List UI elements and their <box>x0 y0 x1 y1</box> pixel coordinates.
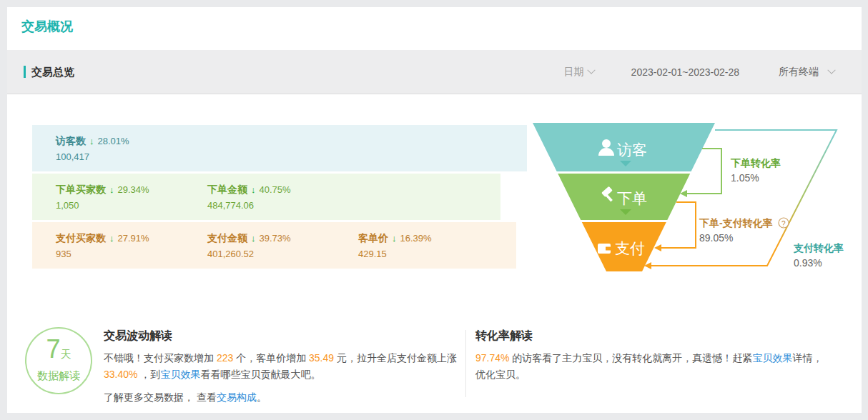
trend-down-icon: ↓ <box>251 233 256 244</box>
insight-text: ，到 <box>137 369 160 380</box>
date-range-picker[interactable]: 2023-02-01~2023-02-28 <box>631 66 739 78</box>
arrow-left-icon <box>654 244 661 251</box>
metric-row-pay: 支付买家数 ↓ 27.91% 935 支付金额 ↓ 39.73% 401,260… <box>32 222 516 269</box>
funnel-stage-label: 访客 <box>617 141 647 158</box>
metric-pay-amount: 支付金额 ↓ 39.73% 401,260.52 <box>207 232 358 259</box>
conversion-label: 下单-支付转化率 <box>699 217 773 229</box>
trend-down-icon: ↓ <box>89 136 94 146</box>
conversion-value: 1.05% <box>731 172 759 184</box>
insight-text: 的访客看了主力宝贝，没有转化就离开，真遗憾！赶紧 <box>509 352 752 364</box>
insight-text: 个，客单价增加 <box>233 352 309 364</box>
metric-row-order: 下单买家数 ↓ 29.34% 1,050 下单金额 ↓ 40.75% 484,7… <box>32 174 500 220</box>
metric-value: 401,260.52 <box>207 249 358 259</box>
conversion-rate-insight: 转化率解读 97.74% 的访客看了主力宝贝，没有转化就离开，真遗憾！赶紧宝贝效… <box>475 329 827 383</box>
metric-value: 484,774.06 <box>207 200 358 211</box>
metric-value: 100,417 <box>56 151 207 162</box>
highlight-value: 35.49 <box>309 352 334 364</box>
insight-text: 了解更多交易数据， 查看 <box>104 391 217 403</box>
chevron-down-icon <box>827 66 835 74</box>
date-dropdown-label: 日期 <box>564 66 584 79</box>
badge-caption: 数据解读 <box>26 369 91 383</box>
trade-composition-link[interactable]: 交易构成 <box>217 391 257 403</box>
insight-title: 交易波动解读 <box>104 329 465 344</box>
insight-text: 不错哦！支付买家数增加 <box>104 352 217 364</box>
seven-day-insight-badge: 7天 数据解读 <box>25 327 92 394</box>
main-panel: 交易概况 交易总览 日期 2023-02-01~2023-02-28 所有终端 … <box>7 7 862 413</box>
metric-percent: 28.01% <box>98 136 129 146</box>
trend-down-icon: ↓ <box>109 184 114 195</box>
metric-percent: 29.34% <box>118 184 149 195</box>
funnel-stage-label: 下单 <box>617 190 647 206</box>
insight-paragraph: 了解更多交易数据， 查看交易构成。 <box>104 389 465 406</box>
conversion-label: 支付转化率 <box>793 242 844 254</box>
highlight-value: 223 <box>217 352 233 364</box>
filter-controls: 日期 2023-02-01~2023-02-28 所有终端 <box>564 66 834 79</box>
metric-label: 客单价 <box>358 232 388 245</box>
wallet-icon <box>598 244 611 254</box>
metric-percent: 40.75% <box>260 184 291 195</box>
date-dropdown[interactable]: 日期 <box>564 66 594 79</box>
conversion-label: 下单转化率 <box>730 157 781 169</box>
terminal-selector-label: 所有终端 <box>779 66 819 79</box>
section-title: 交易总览 <box>24 66 74 78</box>
trend-down-icon: ↓ <box>109 233 114 244</box>
item-effect-link[interactable]: 宝贝效果 <box>752 352 792 364</box>
insight-paragraph: 不错哦！支付买家数增加 223 个，客单价增加 35.49 元，拉升全店支付金额… <box>104 350 465 383</box>
metric-label: 支付金额 <box>207 232 247 245</box>
metric-label: 下单买家数 <box>56 184 106 196</box>
metric-avg-order-value: 客单价 ↓ 16.39% 429.15 <box>358 232 510 259</box>
metric-visitors: 访客数 ↓ 28.01% 100,417 <box>56 135 207 162</box>
insight-text: 元，拉升全店支付金额上涨 <box>334 352 457 364</box>
highlight-value: 33.40% <box>104 369 137 380</box>
page-title: 交易概况 <box>21 18 73 35</box>
insight-text: 。 <box>257 391 267 403</box>
metric-value: 1,050 <box>56 200 207 211</box>
insight-text: 看看哪些宝贝贡献最大吧。 <box>200 369 320 380</box>
metric-label: 访客数 <box>56 135 86 148</box>
metric-row-visitor: 访客数 ↓ 28.01% 100,417 <box>32 125 527 171</box>
metric-label: 支付买家数 <box>56 232 106 245</box>
trend-down-icon: ↓ <box>392 233 397 244</box>
funnel-stage-label: 支付 <box>615 240 645 256</box>
conversion-value: 89.05% <box>699 232 733 244</box>
metric-label: 下单金额 <box>207 184 247 196</box>
metrics-panel: 访客数 ↓ 28.01% 100,417 下单买家数 ↓ 29.34% 1,05… <box>32 125 527 271</box>
metric-value: 429.15 <box>358 249 510 259</box>
insight-paragraph: 97.74% 的访客看了主力宝贝，没有转化就离开，真遗憾！赶紧宝贝效果详情，优化… <box>475 350 827 383</box>
conversion-funnel-chart: 访客 下单 支付 下单转化率 1.05% 下单-支付转化率 ? 89.05% 支… <box>522 118 862 279</box>
metric-order-buyers: 下单买家数 ↓ 29.34% 1,050 <box>56 184 207 211</box>
vertical-divider <box>465 330 466 397</box>
terminal-selector[interactable]: 所有终端 <box>779 66 834 79</box>
badge-unit: 天 <box>61 348 71 360</box>
metric-percent: 39.73% <box>260 233 291 244</box>
metric-order-amount: 下单金额 ↓ 40.75% 484,774.06 <box>207 184 358 211</box>
metric-pay-buyers: 支付买家数 ↓ 27.91% 935 <box>56 232 207 259</box>
metric-percent: 16.39% <box>400 233 432 244</box>
highlight-value: 97.74% <box>475 352 509 364</box>
conversion-value: 0.93% <box>794 257 822 269</box>
badge-number: 7 <box>46 334 60 364</box>
insight-title: 转化率解读 <box>475 329 827 344</box>
item-effect-link[interactable]: 宝贝效果 <box>160 369 200 380</box>
metric-percent: 27.91% <box>118 233 149 244</box>
chevron-down-icon <box>587 66 595 74</box>
help-icon[interactable]: ? <box>779 218 789 228</box>
trend-down-icon: ↓ <box>251 184 256 195</box>
trade-fluctuation-insight: 交易波动解读 不错哦！支付买家数增加 223 个，客单价增加 35.49 元，拉… <box>104 329 465 406</box>
svg-text:?: ? <box>781 220 786 228</box>
metric-value: 935 <box>56 249 207 259</box>
section-header-bar: 交易总览 日期 2023-02-01~2023-02-28 所有终端 <box>7 50 862 94</box>
